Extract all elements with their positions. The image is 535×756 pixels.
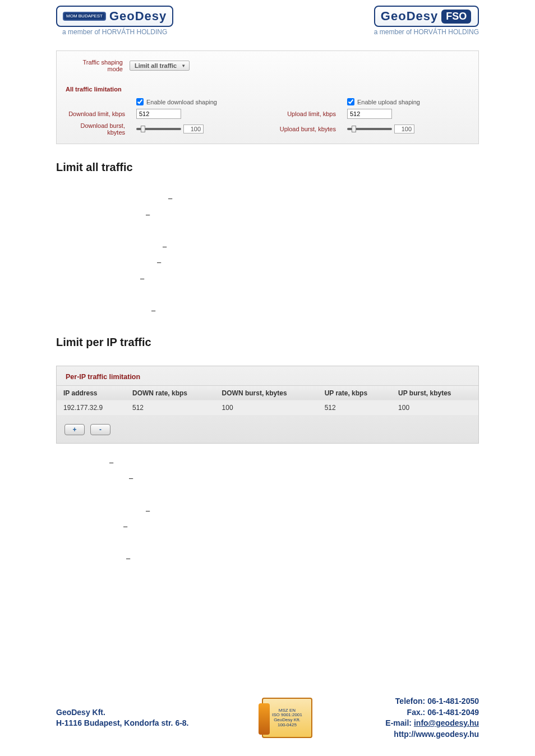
col-ip: IP address (57, 385, 126, 400)
table-row[interactable]: 192.177.32.9 512 100 512 100 (57, 400, 478, 415)
per-ip-table: IP address DOWN rate, kbps DOWN burst, k… (57, 385, 478, 415)
col-down-burst: DOWN burst, kbytes (215, 385, 318, 400)
upload-burst-label: Upload burst, kbytes (242, 126, 343, 132)
cell-up-rate: 512 (318, 400, 391, 415)
enable-upload-cb-input[interactable] (347, 98, 354, 105)
cell-down-burst: 100 (215, 400, 318, 415)
col-up-rate: UP rate, kbps (318, 385, 391, 400)
tagline-right: a member of HORVÁTH HOLDING (374, 28, 479, 36)
all-traffic-title: All traffic limitation (57, 80, 478, 96)
cell-down-rate: 512 (126, 400, 215, 415)
footer-address: H-1116 Budapest, Kondorfa str. 6-8. (56, 718, 189, 729)
table-header-row: IP address DOWN rate, kbps DOWN burst, k… (57, 385, 478, 400)
col-down-rate: DOWN rate, kbps (126, 385, 215, 400)
page-footer: GeoDesy Kft. H-1116 Budapest, Kondorfa s… (0, 584, 535, 751)
enable-upload-label: Enable upload shaping (357, 99, 420, 105)
download-burst-value[interactable]: 100 (183, 125, 204, 133)
fso-chip: FSO (441, 10, 471, 24)
footer-cert-badge: MSZ EN ISO 9001:2001 GeoDesy Kft. 100-04… (262, 698, 312, 738)
cert-line-1: MSZ EN (279, 708, 296, 713)
footer-contact: Telefon: 06-1-481-2050 Fax.: 06-1-481-20… (385, 696, 479, 740)
traffic-mode-select[interactable]: Limit all traffic (130, 61, 190, 71)
enable-upload-checkbox[interactable]: Enable upload shaping (347, 98, 448, 105)
traffic-mode-label: Traffic shaping mode (68, 59, 130, 72)
add-row-button[interactable]: + (64, 424, 85, 435)
enable-download-cb-input[interactable] (136, 98, 144, 105)
upload-burst-value[interactable]: 100 (394, 125, 414, 133)
download-limit-label: Download limit, kbps (64, 110, 132, 117)
upload-limit-label: Upload limit, kbps (242, 110, 343, 117)
heading-limit-all: Limit all traffic (56, 161, 479, 174)
mom-chip: MOM BUDAPEST (63, 12, 106, 21)
col-up-burst: UP burst, kbytes (391, 385, 478, 400)
cert-line-4: 100-0425 (278, 722, 297, 727)
enable-download-label: Enable download shaping (146, 99, 217, 105)
heading-limit-per-ip: Limit per IP traffic (56, 336, 479, 349)
cert-line-2: ISO 9001:2001 (272, 712, 302, 717)
enable-download-checkbox[interactable]: Enable download shaping (136, 98, 237, 105)
tagline-left: a member of HORVÁTH HOLDING (56, 28, 173, 36)
cell-ip: 192.177.32.9 (57, 400, 126, 415)
all-traffic-panel: Traffic shaping mode Limit all traffic A… (56, 50, 479, 144)
download-burst-slider[interactable]: 100 (136, 125, 237, 133)
per-ip-title: Per-IP traffic limitation (57, 366, 478, 385)
page-header: MOM BUDAPEST GeoDesy a member of HORVÁTH… (0, 0, 535, 39)
footer-fax: Fax.: 06-1-481-2049 (385, 707, 479, 718)
footer-tel: Telefon: 06-1-481-2050 (385, 696, 479, 707)
upload-burst-slider[interactable]: 100 (347, 125, 448, 133)
footer-company: GeoDesy Kft. H-1116 Budapest, Kondorfa s… (56, 707, 189, 729)
decorative-dashes-1: – – – – – – (56, 191, 479, 319)
footer-web: http://www.geodesy.hu (385, 729, 479, 740)
geodesy-text-left: GeoDesy (109, 9, 167, 24)
logo-right: GeoDesy FSO a member of HORVÁTH HOLDING (374, 6, 479, 36)
upload-limit-input[interactable] (347, 109, 392, 119)
footer-email-link[interactable]: info@geodesy.hu (414, 718, 479, 727)
decorative-dashes-2: – – – – – (56, 455, 479, 567)
remove-row-button[interactable]: - (90, 424, 110, 435)
cell-up-burst: 100 (391, 400, 478, 415)
cert-line-3: GeoDesy Kft. (274, 717, 301, 722)
footer-email-label: E-mail: (385, 718, 414, 727)
geodesy-text-right: GeoDesy (381, 9, 438, 24)
download-burst-label: Download burst, kbytes (64, 122, 132, 136)
download-limit-input[interactable] (136, 109, 181, 119)
footer-company-name: GeoDesy Kft. (56, 707, 189, 718)
logo-left: MOM BUDAPEST GeoDesy a member of HORVÁTH… (56, 6, 173, 36)
per-ip-panel: Per-IP traffic limitation IP address DOW… (56, 366, 479, 444)
